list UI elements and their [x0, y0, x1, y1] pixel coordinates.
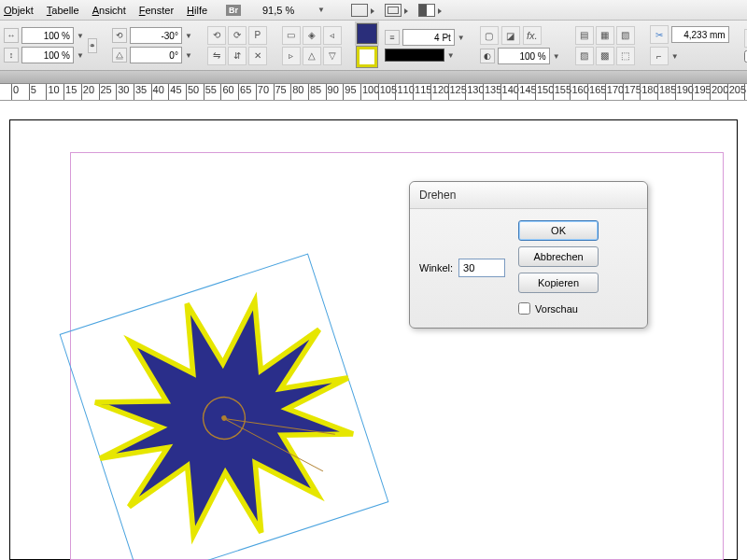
select-parent-icon[interactable]: △	[303, 47, 321, 65]
ruler-tick: 20	[81, 84, 94, 100]
menu-objekt[interactable]: OObjektbjekt	[4, 5, 34, 16]
zoom-dropdown-icon[interactable]: ▼	[317, 6, 325, 14]
rotate-cw-icon[interactable]: ⟳	[228, 26, 247, 45]
wrap-column-icon[interactable]: ▩	[596, 47, 614, 65]
chevron-down-icon[interactable]: ▼	[185, 32, 192, 40]
ruler-tick: 85	[308, 84, 321, 100]
scale-y-input[interactable]	[21, 47, 74, 63]
scale-x-icon: ↔	[4, 28, 19, 43]
opacity-input[interactable]	[498, 48, 550, 64]
ruler-tick: 35	[134, 84, 147, 100]
rotate-ccw-icon[interactable]: ⟲	[207, 26, 226, 45]
workspace-icon[interactable]	[418, 4, 435, 17]
screen-mode-icon[interactable]	[351, 4, 368, 17]
wrap-invert-icon[interactable]: ⬚	[616, 47, 635, 65]
wrap-jump-icon[interactable]: ▨	[575, 47, 594, 65]
flip-h-icon[interactable]: ⇋	[207, 47, 226, 65]
ruler-tick: 165	[587, 84, 606, 100]
chevron-down-icon[interactable]: ▼	[185, 51, 192, 60]
shear-icon: ⧋	[112, 48, 127, 63]
fill-color-swatch[interactable]	[357, 23, 377, 44]
ruler-tick: 125	[448, 84, 467, 100]
ruler-tick: 5	[29, 84, 36, 100]
ruler-tick: 105	[378, 84, 397, 100]
menu-tabelle[interactable]: Tabelle	[47, 5, 79, 16]
text-wrap-cluster: ▤ ▦ ▧ ▨ ▩ ⬚	[575, 26, 635, 65]
ruler-tick: 100	[360, 84, 379, 100]
ruler-tick: 155	[553, 84, 571, 100]
chevron-down-icon[interactable]: ▼	[671, 52, 679, 61]
stroke-weight-input[interactable]	[402, 29, 455, 46]
wrap-bounding-icon[interactable]: ▦	[596, 26, 614, 45]
chevron-down-icon[interactable]: ▼	[458, 34, 465, 42]
ruler-tick: 0	[11, 84, 19, 100]
ruler-tick: 90	[326, 84, 339, 100]
paragraph-icon[interactable]: P	[248, 26, 267, 45]
ruler-tick: 140	[500, 84, 519, 100]
menubar: OObjektbjekt Tabelle Ansicht Fenster Hil…	[0, 0, 747, 21]
rotate-icon: ⟲	[112, 28, 127, 43]
crop-icon[interactable]: ✂	[650, 25, 669, 44]
link-icon[interactable]: ⚭	[88, 38, 97, 53]
select-next-icon[interactable]: ▹	[282, 47, 301, 65]
stroke-color-swatch[interactable]	[357, 47, 377, 67]
chevron-down-icon[interactable]: ▼	[77, 51, 84, 60]
canvas[interactable]: Drehen Winkel: OK Abbrechen Kopieren Vor…	[0, 101, 747, 560]
angle-label: Winkel:	[419, 262, 453, 273]
ruler-tick: 70	[256, 84, 269, 100]
scale-x-input[interactable]	[21, 27, 74, 44]
wrap-none-icon[interactable]: ▤	[575, 26, 594, 45]
menu-fenster[interactable]: Fenster	[139, 5, 174, 16]
select-container-icon[interactable]: ▭	[282, 26, 301, 45]
chevron-down-icon[interactable]: ▼	[77, 32, 84, 40]
drop-shadow-icon[interactable]: ◪	[501, 26, 520, 45]
preview-label: Vorschau	[535, 303, 578, 315]
menu-hilfe[interactable]: Hilfe	[187, 5, 207, 16]
preview-checkbox[interactable]	[518, 302, 530, 315]
rotation-input[interactable]	[130, 27, 182, 44]
ruler-tick: 50	[186, 84, 199, 100]
ruler-tick: 55	[204, 84, 217, 100]
bridge-icon[interactable]: Br	[226, 5, 241, 16]
effects-icon[interactable]: ▢	[480, 26, 499, 45]
cancel-button[interactable]: Abbrechen	[518, 246, 599, 267]
zoom-level[interactable]: 91,5 %	[256, 5, 301, 16]
ruler-tick: 30	[116, 84, 129, 100]
copy-button[interactable]: Kopieren	[518, 273, 599, 293]
corner-icon[interactable]: ⌐	[650, 47, 669, 65]
ruler-tick: 160	[570, 84, 588, 100]
angle-input[interactable]	[458, 259, 505, 277]
stroke-style[interactable]	[385, 49, 444, 62]
ruler-tick: 95	[343, 84, 356, 100]
ruler-tick: 145	[517, 84, 536, 100]
ruler-tick: 135	[483, 84, 501, 100]
rotate-flip-cluster: ⟲ ⟳ P ⇋ ⇵ ✕	[207, 26, 267, 65]
chevron-down-icon[interactable]: ▼	[553, 52, 560, 61]
chevron-down-icon[interactable]: ▼	[447, 51, 455, 60]
clear-transform-icon[interactable]: ✕	[248, 47, 267, 65]
select-prev-icon[interactable]: ◃	[323, 26, 342, 45]
ruler-tick: 150	[535, 84, 554, 100]
ruler-tick: 190	[675, 84, 694, 100]
ok-button[interactable]: OK	[518, 220, 599, 241]
fx-icon[interactable]: fx.	[523, 26, 542, 45]
arrange-icon[interactable]	[385, 4, 402, 17]
ruler-tick: 200	[710, 84, 728, 100]
horizontal-ruler[interactable]: 0510152025303540455055606570758085909510…	[0, 84, 747, 101]
tab-strip	[0, 71, 747, 84]
scale-y-icon: ↕	[4, 48, 19, 63]
ruler-tick: 185	[657, 84, 676, 100]
select-child-icon[interactable]: ▽	[323, 47, 342, 65]
flip-v-icon[interactable]: ⇵	[228, 47, 247, 65]
ruler-tick: 110	[395, 84, 414, 100]
ruler-tick: 120	[430, 84, 449, 100]
menu-ansicht[interactable]: Ansicht	[92, 5, 126, 16]
shear-input[interactable]	[130, 47, 182, 63]
ruler-tick: 60	[220, 84, 233, 100]
ruler-tick: 195	[692, 84, 711, 100]
dialog-title: Drehen	[410, 182, 647, 209]
ruler-tick: 15	[63, 84, 77, 100]
select-content-icon[interactable]: ◈	[303, 26, 321, 45]
measure-input[interactable]	[671, 26, 729, 43]
wrap-shape-icon[interactable]: ▧	[616, 26, 635, 45]
